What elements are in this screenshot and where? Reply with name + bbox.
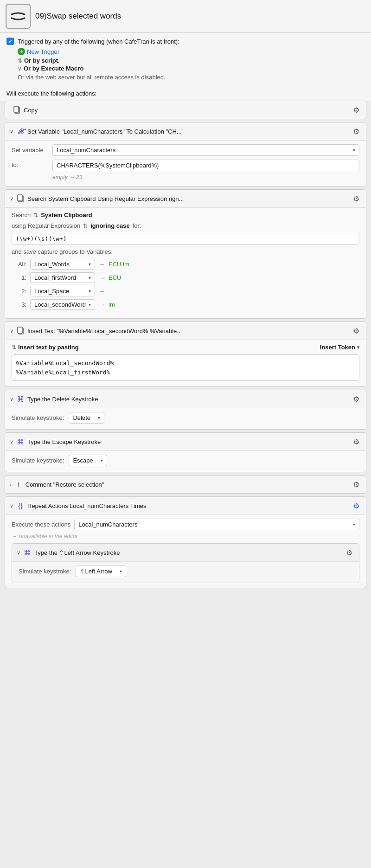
nested-cmd-icon: ⌘ xyxy=(23,548,32,557)
action-insert-header: ∨ Insert Text "%Variable%Local_secondWor… xyxy=(5,322,366,340)
add-trigger-icon xyxy=(18,48,25,55)
set-var-row: Set variable Local_numCharacters ▾ xyxy=(12,144,359,156)
ignoring-case-label: ignoring case xyxy=(90,222,130,229)
capture-3-chevron: ▾ xyxy=(89,302,91,307)
set-var-dropdown[interactable]: Local_numCharacters ▾ xyxy=(52,144,359,156)
svg-rect-5 xyxy=(18,327,22,333)
exclaim-icon: ! xyxy=(14,480,23,489)
escape-gear-btn[interactable]: ⚙ xyxy=(351,437,361,447)
header: 09)Swap selected words xyxy=(0,0,371,33)
nested-action-header: ∨ ⌘ Type the ⇧Left Arrow Keystroke ⚙ xyxy=(12,544,359,561)
macro-icon xyxy=(6,4,31,29)
action-copy-header-left: Copy xyxy=(10,106,351,114)
regex-input[interactable]: (\w+)(\s)(\w+) xyxy=(12,233,359,244)
keystroke-chevron-delete: ▾ xyxy=(98,415,100,420)
copy-gear-btn[interactable]: ⚙ xyxy=(351,105,361,115)
insert-text-area[interactable]: %Variable%Local_secondWord% %Variable%Lo… xyxy=(12,354,359,381)
repeat-execute-label: Execute these actions xyxy=(12,521,70,528)
set-var-chevron: ▾ xyxy=(353,148,355,153)
capture-var-all[interactable]: Local_Words ▾ xyxy=(30,259,95,270)
action-type-escape: ∨ ⌘ Type the Escape Keystroke ⚙ Simulate… xyxy=(5,432,366,472)
actions-label: Will execute the following actions: xyxy=(0,87,371,101)
using-label: using Regular Expression xyxy=(12,222,80,229)
action-repeat-body: Execute these actions Local_numCharacter… xyxy=(5,514,366,583)
new-trigger-row[interactable]: New Trigger xyxy=(6,48,365,55)
keystroke-dropdown-escape[interactable]: Escape ▾ xyxy=(69,455,107,466)
nested-gear-btn[interactable]: ⚙ xyxy=(344,547,354,558)
search-expand-btn[interactable]: ∨ xyxy=(10,196,13,202)
set-var-gear-btn[interactable]: ⚙ xyxy=(351,126,361,136)
search-clipboard-icon xyxy=(16,194,25,203)
set-var-label: Set variable xyxy=(12,147,49,154)
search-target[interactable]: System Clipboard xyxy=(41,212,92,219)
action-escape-left: ∨ ⌘ Type the Escape Keystroke xyxy=(10,437,351,446)
new-trigger-label[interactable]: New Trigger xyxy=(27,48,59,55)
capture-num-3: 3: xyxy=(15,301,26,308)
capture-2-chevron: ▾ xyxy=(89,289,91,294)
action-type-delete: ∨ ⌘ Type the Delete Keystroke ⚙ Simulate… xyxy=(5,390,366,430)
capture-row-2: 2: Local_Space ▾ → xyxy=(12,286,359,296)
script-label: Or by script. xyxy=(24,57,60,64)
capture-val-1: ECU xyxy=(109,274,121,281)
braces-icon: {} xyxy=(16,502,25,510)
search-gear-btn[interactable]: ⚙ xyxy=(351,193,361,204)
unavailable-text: unavailable in the editor xyxy=(19,533,78,540)
capture-val-all: ECU im xyxy=(109,261,129,268)
page-title: 09)Swap selected words xyxy=(35,12,121,21)
actions-container: Copy ⚙ ∨ 𝒳 Set Variable "Local_numCharac… xyxy=(0,101,371,596)
cmd-icon-delete: ⌘ xyxy=(16,395,25,403)
keystroke-dropdown-nested[interactable]: ⇧Left Arrow ▾ xyxy=(76,566,126,577)
insert-token-btn[interactable]: Insert Token ▾ xyxy=(320,344,359,351)
nested-expand-btn[interactable]: ∨ xyxy=(17,550,20,556)
action-repeat: ∨ {} Repeat Actions Local_numCharacters … xyxy=(5,496,366,588)
trigger-checkbox[interactable] xyxy=(6,38,14,45)
capture-var-3[interactable]: Local_secondWord ▾ xyxy=(30,299,95,310)
comment-gear-btn[interactable]: ⚙ xyxy=(351,479,361,489)
capture-num-1: 1: xyxy=(15,274,26,281)
action-set-variable-left: ∨ 𝒳 Set Variable "Local_numCharacters" T… xyxy=(10,127,351,135)
action-set-variable-title: Set Variable "Local_numCharacters" To Ca… xyxy=(27,128,182,135)
comment-expand-btn[interactable]: › xyxy=(10,482,12,487)
to-value: CHARACTERS(%SystemClipboard%) xyxy=(52,160,359,171)
capture-arrow-3: → xyxy=(99,301,105,308)
delete-expand-btn[interactable]: ∨ xyxy=(10,396,13,402)
keystroke-dropdown-delete[interactable]: Delete ▾ xyxy=(69,412,104,424)
trigger-label: Triggered by any of the following (when … xyxy=(18,38,179,45)
repeat-gear-btn[interactable]: ⚙ xyxy=(351,501,361,511)
regex-container: (\w+)(\s)(\w+) xyxy=(12,233,359,244)
capture-var-2-label: Local_Space xyxy=(34,288,69,295)
delete-gear-btn[interactable]: ⚙ xyxy=(351,394,361,404)
unavailable-arrow: → xyxy=(12,533,17,540)
insert-expand-btn[interactable]: ∨ xyxy=(10,328,13,334)
action-comment-left: › ! Comment "Restore selection" xyxy=(10,480,351,489)
capture-var-all-label: Local_Words xyxy=(34,261,70,268)
trigger-section: Triggered by any of the following (when … xyxy=(0,33,371,87)
macro-label: Or by Execute Macro xyxy=(24,65,83,72)
insert-gear-btn[interactable]: ⚙ xyxy=(351,326,361,336)
insert-by-text: Insert text by pasting xyxy=(18,344,79,351)
capture-arrow-all: → xyxy=(99,261,105,268)
cmd-icon-escape: ⌘ xyxy=(16,437,25,446)
action-search-title: Search System Clipboard Using Regular Ex… xyxy=(27,195,184,202)
escape-expand-btn[interactable]: ∨ xyxy=(10,439,13,445)
capture-var-2[interactable]: Local_Space ▾ xyxy=(30,286,95,296)
keystroke-label-nested: Simulate keystroke: xyxy=(19,568,71,575)
repeat-var-value: Local_numCharacters xyxy=(78,521,137,528)
action-comment: › ! Comment "Restore selection" ⚙ xyxy=(5,475,366,494)
keystroke-value-escape: Escape xyxy=(73,457,93,464)
action-search-left: ∨ Search System Clipboard Using Regular … xyxy=(10,194,351,203)
capture-var-1-label: Local_firstWord xyxy=(34,274,76,281)
page-container: 09)Swap selected words Triggered by any … xyxy=(0,0,371,596)
action-set-variable: ∨ 𝒳 Set Variable "Local_numCharacters" T… xyxy=(5,122,366,186)
web-server-row: Or via the web server but all remote acc… xyxy=(6,74,365,81)
repeat-expand-btn[interactable]: ∨ xyxy=(10,503,13,509)
script-row: ⇅ Or by script. xyxy=(6,57,365,64)
capture-label: and save capture groups to Variables: xyxy=(12,248,359,255)
repeat-row: Execute these actions Local_numCharacter… xyxy=(12,519,359,530)
capture-1-chevron: ▾ xyxy=(89,275,91,280)
set-var-expand-btn[interactable]: ∨ xyxy=(10,129,13,135)
action-set-variable-header: ∨ 𝒳 Set Variable "Local_numCharacters" T… xyxy=(5,122,366,140)
capture-var-1[interactable]: Local_firstWord ▾ xyxy=(30,272,95,283)
repeat-var-dropdown[interactable]: Local_numCharacters ▾ xyxy=(74,519,359,530)
capture-val-3: im xyxy=(109,301,115,308)
